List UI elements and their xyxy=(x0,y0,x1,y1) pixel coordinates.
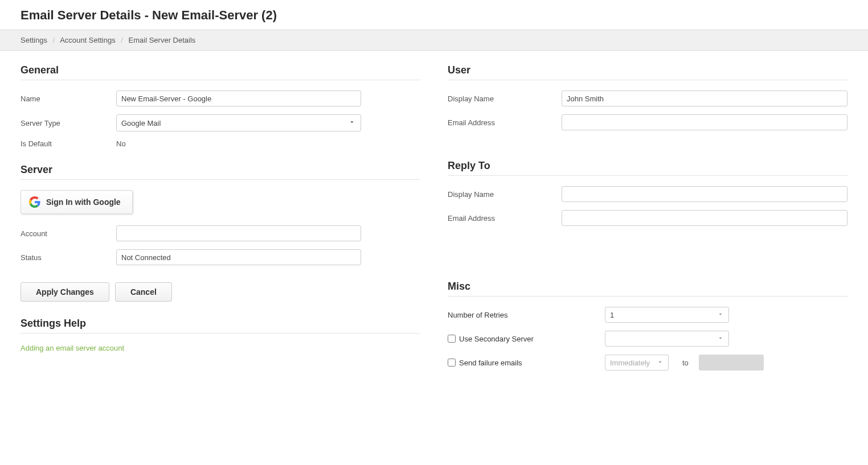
user-display-name-input[interactable] xyxy=(562,90,847,106)
label-replyto-display-name: Display Name xyxy=(448,190,562,199)
label-to: to xyxy=(682,359,689,367)
status-input xyxy=(116,249,361,265)
user-email-input[interactable] xyxy=(562,114,847,130)
account-input[interactable] xyxy=(116,225,361,241)
label-user-email: Email Address xyxy=(448,118,562,127)
label-account: Account xyxy=(21,229,116,238)
failure-timing-value: Immediately xyxy=(610,359,650,367)
name-input[interactable] xyxy=(116,90,361,106)
section-title-settings-help: Settings Help xyxy=(21,318,420,334)
breadcrumb-account-settings[interactable]: Account Settings xyxy=(60,36,116,44)
is-default-value: No xyxy=(116,139,126,148)
google-logo-icon xyxy=(29,196,40,208)
breadcrumb-settings[interactable]: Settings xyxy=(21,36,47,44)
label-user-display-name: Display Name xyxy=(448,94,562,103)
replyto-email-input[interactable] xyxy=(562,210,847,226)
section-title-user: User xyxy=(448,64,847,80)
secondary-server-select[interactable] xyxy=(605,331,729,347)
label-replyto-email: Email Address xyxy=(448,214,562,223)
chevron-down-icon xyxy=(717,335,724,343)
sign-in-with-google-button[interactable]: Sign In with Google xyxy=(21,190,133,214)
send-failure-checkbox[interactable] xyxy=(448,359,456,367)
breadcrumb-separator: / xyxy=(121,36,123,44)
help-link-adding-email-server[interactable]: Adding an email server account xyxy=(21,344,124,352)
use-secondary-checkbox[interactable] xyxy=(448,335,456,343)
server-type-select[interactable]: Google Mail xyxy=(116,114,361,131)
label-status: Status xyxy=(21,253,116,262)
apply-changes-button[interactable]: Apply Changes xyxy=(21,282,109,302)
retries-value: 1 xyxy=(610,311,614,319)
replyto-display-name-input[interactable] xyxy=(562,186,847,202)
section-title-general: General xyxy=(21,64,420,80)
breadcrumb: Settings / Account Settings / Email Serv… xyxy=(0,30,868,51)
cancel-button[interactable]: Cancel xyxy=(115,282,172,302)
label-name: Name xyxy=(21,94,116,103)
google-button-label: Sign In with Google xyxy=(46,197,121,207)
section-title-misc: Misc xyxy=(448,281,847,297)
chevron-down-icon xyxy=(657,359,664,367)
section-title-reply-to: Reply To xyxy=(448,160,847,176)
label-is-default: Is Default xyxy=(21,139,116,148)
label-failure: Send failure emails xyxy=(459,359,522,367)
label-retries: Number of Retries xyxy=(448,311,507,319)
chevron-down-icon xyxy=(717,311,724,319)
label-secondary: Use Secondary Server xyxy=(459,335,534,343)
page-title: Email Server Details - New Email-Server … xyxy=(21,8,847,23)
failure-timing-select[interactable]: Immediately xyxy=(605,355,669,371)
failure-recipient-input[interactable] xyxy=(699,355,764,371)
label-server-type: Server Type xyxy=(21,119,116,127)
breadcrumb-email-server-details[interactable]: Email Server Details xyxy=(129,36,196,44)
section-title-server: Server xyxy=(21,164,420,180)
retries-select[interactable]: 1 xyxy=(605,307,729,323)
breadcrumb-separator: / xyxy=(53,36,55,44)
